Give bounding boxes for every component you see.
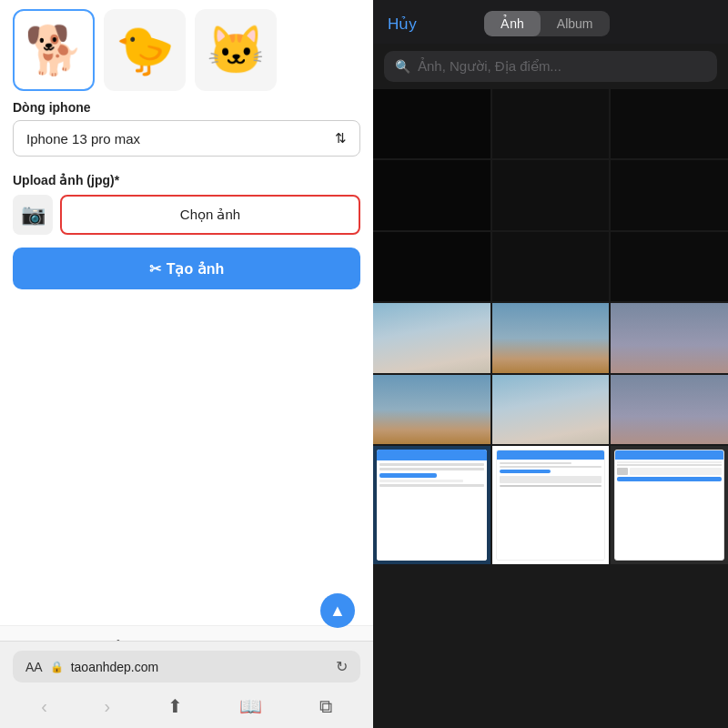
upload-row: 📷 Chọn ảnh: [13, 195, 360, 235]
photo-search-bar[interactable]: 🔍 Ảnh, Người, Địa điểm...: [384, 51, 717, 82]
photo-cell-6[interactable]: [611, 160, 728, 229]
tabs-button[interactable]: ⧉: [310, 692, 341, 721]
aa-text[interactable]: AA: [25, 660, 43, 674]
form-area: Dòng iphone Iphone 13 pro max ⇅ Upload ả…: [0, 100, 373, 625]
create-image-button[interactable]: ✂ Tạo ảnh: [13, 248, 360, 289]
emoji-row: 🐕 🐤 🐱: [0, 0, 373, 100]
back-button[interactable]: ‹: [32, 692, 56, 721]
photo-cell-8[interactable]: [492, 232, 610, 301]
camera-button[interactable]: 📷: [13, 195, 53, 235]
photo-cell-5[interactable]: [492, 160, 610, 229]
emoji-cat[interactable]: 🐱: [195, 9, 277, 91]
photo-picker-top-bar: Hủy Ảnh Album: [373, 0, 728, 44]
nav-bar: ‹ › ⬆ 📖 ⧉: [13, 692, 360, 728]
photo-album-tabs: Ảnh Album: [484, 11, 609, 36]
reload-icon[interactable]: ↻: [336, 658, 348, 675]
photo-cell-11[interactable]: [492, 303, 610, 372]
photo-cell-10[interactable]: [373, 303, 490, 372]
lock-icon: 🔒: [50, 661, 64, 673]
forward-button[interactable]: ›: [95, 692, 119, 721]
choose-photo-button[interactable]: Chọn ảnh: [60, 195, 360, 235]
cancel-button[interactable]: Hủy: [388, 15, 417, 34]
search-placeholder-text: Ảnh, Người, Địa điểm...: [418, 58, 561, 75]
bookmarks-button[interactable]: 📖: [230, 692, 271, 721]
chevron-updown-icon: ⇅: [335, 130, 347, 147]
photo-cell-15[interactable]: [611, 375, 728, 444]
photo-cell-2[interactable]: [492, 89, 610, 158]
create-icon: ✂: [149, 260, 161, 278]
emoji-dog[interactable]: 🐕: [13, 9, 95, 91]
photo-grid: [373, 89, 728, 444]
thumb-website-3[interactable]: [611, 446, 728, 564]
upload-label: Upload ảnh (jpg)*: [13, 173, 360, 187]
scroll-up-button[interactable]: ▲: [320, 593, 355, 628]
thumb-website-2[interactable]: [492, 446, 610, 564]
browser-bar: AA 🔒 taoanhdep.com ↻ ‹ › ⬆ 📖 ⧉: [0, 641, 373, 728]
right-panel: Hủy Ảnh Album 🔍 Ảnh, Người, Địa điểm...: [373, 0, 728, 728]
photo-cell-9[interactable]: [611, 232, 728, 301]
photo-cell-4[interactable]: [373, 160, 490, 229]
iphone-select[interactable]: Iphone 13 pro max ⇅: [13, 120, 360, 157]
bottom-thumbs: [373, 446, 728, 564]
photo-cell-12[interactable]: [611, 303, 728, 372]
emoji-chick[interactable]: 🐤: [104, 9, 186, 91]
address-bar[interactable]: AA 🔒 taoanhdep.com ↻: [13, 651, 360, 682]
search-icon: 🔍: [395, 59, 410, 74]
tab-album[interactable]: Album: [541, 11, 610, 36]
address-left: AA 🔒 taoanhdep.com: [25, 660, 158, 674]
photo-cell-14[interactable]: [492, 375, 610, 444]
create-label: Tạo ảnh: [167, 260, 225, 278]
photo-cell-3[interactable]: [611, 89, 728, 158]
photo-cell-1[interactable]: [373, 89, 490, 158]
tab-photo[interactable]: Ảnh: [484, 11, 541, 36]
photo-cell-7[interactable]: [373, 232, 490, 301]
iphone-field-label: Dòng iphone: [13, 100, 360, 115]
iphone-select-value: Iphone 13 pro max: [26, 131, 140, 147]
share-button[interactable]: ⬆: [158, 692, 192, 721]
photo-cell-13[interactable]: [373, 375, 490, 444]
address-url: taoanhdep.com: [71, 660, 159, 674]
thumb-website-1[interactable]: [373, 446, 490, 564]
